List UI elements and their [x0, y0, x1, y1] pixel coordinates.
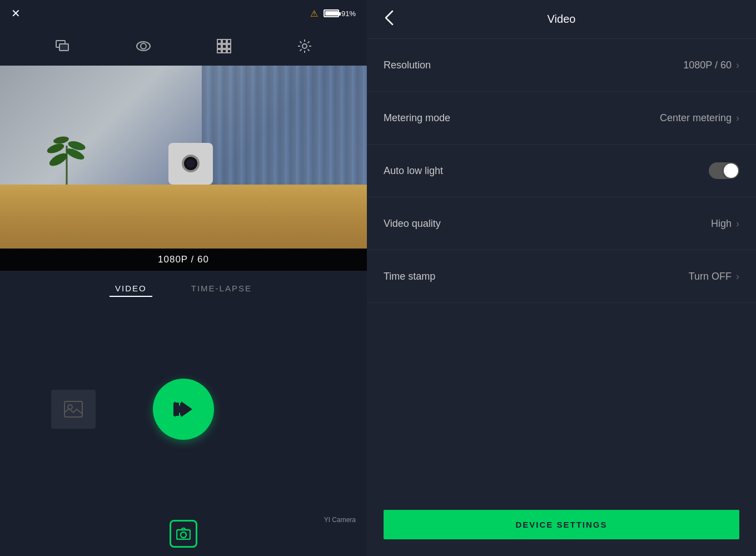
svg-marker-24 — [180, 403, 191, 416]
svg-rect-11 — [222, 49, 226, 53]
svg-rect-23 — [173, 403, 179, 416]
svg-point-19 — [53, 135, 69, 145]
left-panel: ✕ ⚠ 91% — [0, 0, 367, 556]
svg-rect-10 — [217, 49, 221, 53]
svg-point-13 — [302, 44, 307, 48]
back-button[interactable] — [378, 3, 400, 36]
svg-rect-20 — [64, 401, 82, 417]
plant-decoration — [44, 118, 89, 185]
photo-button[interactable] — [170, 520, 197, 548]
right-panel: Video Resolution 1080P / 60 › Metering m… — [367, 0, 756, 556]
svg-rect-12 — [227, 49, 231, 53]
auto-low-light-setting[interactable]: Auto low light — [367, 145, 756, 197]
time-stamp-label: Time stamp — [384, 271, 435, 282]
resolution-value: 1080P / 60 › — [683, 59, 739, 71]
status-right: ⚠ 91% — [310, 8, 356, 19]
mode-tabs: VIDEO TIME-LAPSE — [0, 271, 367, 307]
preview-scene — [0, 66, 367, 249]
svg-rect-9 — [227, 44, 231, 48]
status-bar: ✕ ⚠ 91% — [0, 0, 367, 27]
metering-label: Metering mode — [384, 112, 450, 124]
metering-value: Center metering › — [660, 112, 739, 124]
svg-rect-6 — [227, 39, 231, 43]
grid-icon[interactable] — [212, 34, 236, 58]
svg-rect-8 — [222, 44, 226, 48]
video-quality-chevron: › — [736, 218, 739, 230]
resolution-text: 1080P / 60 — [158, 254, 209, 265]
filter-icon[interactable] — [131, 34, 156, 58]
table-surface — [0, 185, 367, 249]
svg-point-17 — [46, 141, 66, 155]
time-stamp-value: Turn OFF › — [689, 271, 739, 282]
bottom-controls — [0, 512, 367, 556]
svg-rect-4 — [217, 39, 221, 43]
warning-icon: ⚠ — [310, 8, 318, 19]
svg-rect-5 — [222, 39, 226, 43]
video-quality-value: High › — [711, 218, 739, 230]
settings-icon[interactable] — [292, 34, 317, 58]
battery-body — [324, 9, 339, 17]
metering-chevron: › — [736, 112, 739, 124]
timelapse-mode-tab[interactable]: TIME-LAPSE — [186, 281, 257, 297]
camera-lens-inner — [186, 159, 195, 168]
resolution-bar: 1080P / 60 — [0, 249, 367, 271]
auto-low-light-toggle[interactable] — [709, 162, 739, 179]
record-button[interactable] — [153, 379, 214, 440]
panel-title: Video — [548, 13, 576, 26]
close-button[interactable]: ✕ — [11, 7, 21, 20]
camera-lens — [182, 155, 200, 172]
right-header: Video — [367, 0, 756, 39]
layers-icon[interactable] — [51, 34, 75, 58]
metering-mode-setting[interactable]: Metering mode Center metering › — [367, 92, 756, 145]
time-stamp-chevron: › — [736, 271, 739, 282]
svg-rect-7 — [217, 44, 221, 48]
resolution-setting[interactable]: Resolution 1080P / 60 › — [367, 39, 756, 92]
resolution-chevron: › — [736, 59, 739, 71]
top-toolbar — [0, 27, 367, 66]
battery-indicator: 91% — [324, 9, 356, 18]
svg-point-3 — [141, 43, 146, 49]
battery-fill — [325, 11, 338, 16]
gallery-thumbnail[interactable] — [51, 390, 96, 429]
auto-low-light-label: Auto low light — [384, 165, 443, 177]
video-quality-label: Video quality — [384, 218, 441, 230]
settings-list: Resolution 1080P / 60 › Metering mode Ce… — [367, 39, 756, 499]
device-settings-button[interactable]: DEVICE SETTINGS — [384, 510, 739, 539]
video-mode-tab[interactable]: VIDEO — [110, 281, 152, 297]
resolution-label: Resolution — [384, 59, 431, 71]
controls-area — [0, 307, 367, 512]
svg-rect-1 — [59, 44, 68, 51]
watermark: YI Camera — [324, 516, 356, 524]
svg-point-26 — [181, 532, 186, 538]
toggle-knob — [724, 163, 738, 178]
camera-preview — [0, 66, 367, 249]
camera-device-prop — [168, 143, 213, 185]
time-stamp-setting[interactable]: Time stamp Turn OFF › — [367, 250, 756, 303]
video-quality-setting[interactable]: Video quality High › — [367, 197, 756, 250]
battery-percent: 91% — [341, 9, 356, 18]
